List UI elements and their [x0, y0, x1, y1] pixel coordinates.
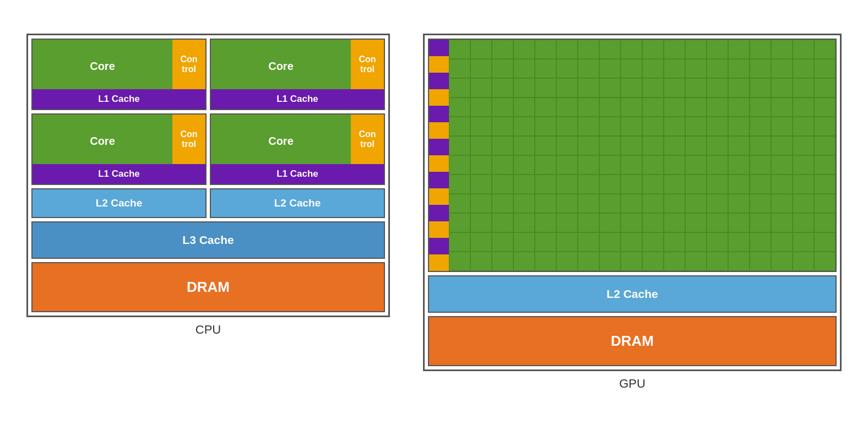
gpu-core-cell: [599, 175, 621, 194]
cpu-l3-cache: L3 Cache: [31, 221, 385, 259]
gpu-core-cell: [556, 136, 578, 155]
gpu-left-strip: [429, 40, 449, 271]
gpu-core-cell: [513, 40, 535, 59]
gpu-core-cell: [578, 136, 599, 155]
gpu-core-cell: [599, 155, 621, 175]
gpu-core-cell: [793, 232, 814, 252]
gpu-core-cell: [728, 40, 750, 59]
gpu-core-cell: [513, 97, 535, 117]
gpu-core-cell: [578, 97, 599, 117]
gpu-core-cell: [492, 194, 513, 213]
gpu-core-cell: [449, 78, 470, 97]
gpu-strip-segment: [429, 122, 449, 139]
cpu-dram: DRAM: [31, 262, 385, 312]
gpu-core-cell: [535, 117, 556, 136]
gpu-core-cell: [642, 252, 664, 271]
cpu-core-unit-3: Core Control L1 Cache: [31, 113, 207, 185]
gpu-core-cell: [793, 78, 814, 97]
gpu-core-cell: [814, 117, 836, 136]
gpu-core-cell: [449, 175, 470, 194]
gpu-core-cell: [664, 232, 685, 252]
gpu-core-cell: [664, 213, 685, 232]
gpu-core-cell: [664, 175, 685, 194]
gpu-core-cell: [556, 40, 578, 59]
gpu-core-cell: [771, 213, 793, 232]
gpu-core-cell: [685, 78, 707, 97]
gpu-core-cell: [513, 136, 535, 155]
gpu-core-cell: [621, 136, 642, 155]
gpu-strip-segment: [429, 73, 449, 89]
gpu-core-cell: [513, 175, 535, 194]
gpu-core-cell: [642, 59, 664, 78]
gpu-core-cell: [535, 213, 556, 232]
cpu-core-1-label: Core: [32, 40, 172, 89]
gpu-core-cell: [728, 194, 750, 213]
gpu-core-cell: [556, 117, 578, 136]
gpu-core-cell: [642, 97, 664, 117]
gpu-core-cell: [728, 232, 750, 252]
gpu-core-cell: [556, 252, 578, 271]
gpu-core-cell: [492, 213, 513, 232]
gpu-core-cell: [492, 155, 513, 175]
gpu-core-cell: [793, 136, 814, 155]
gpu-core-cell: [642, 155, 664, 175]
gpu-core-cell: [685, 175, 707, 194]
gpu-core-cell: [664, 252, 685, 271]
gpu-core-cell: [771, 232, 793, 252]
cpu-l2-cache-1: L2 Cache: [31, 188, 207, 218]
gpu-core-cell: [685, 252, 707, 271]
cpu-core-4-label: Core: [211, 115, 351, 164]
gpu-core-cell: [793, 213, 814, 232]
gpu-strip-segment: [429, 254, 449, 271]
gpu-strip-segment: [429, 155, 449, 172]
cpu-control-2: Control: [351, 40, 384, 89]
gpu-core-cell: [771, 40, 793, 59]
gpu-core-cell: [621, 78, 642, 97]
cpu-l1-cache-1: L1 Cache: [32, 89, 205, 109]
gpu-core-cell: [556, 97, 578, 117]
gpu-core-cell: [664, 136, 685, 155]
gpu-strip-segment: [429, 56, 449, 73]
gpu-core-cell: [599, 252, 621, 271]
cpu-core-2-label: Core: [211, 40, 351, 89]
gpu-core-cell: [814, 155, 836, 175]
gpu-core-cell: [664, 117, 685, 136]
gpu-core-cell: [470, 117, 492, 136]
cpu-control-1: Control: [172, 40, 205, 89]
gpu-core-cell: [492, 136, 513, 155]
gpu-core-cell: [449, 194, 470, 213]
gpu-core-cell: [707, 136, 728, 155]
gpu-diagram: L2 Cache DRAM GPU: [423, 34, 842, 391]
cpu-core-unit-2: Core Control L1 Cache: [210, 39, 385, 110]
gpu-core-cell: [750, 40, 771, 59]
gpu-core-cell: [578, 155, 599, 175]
gpu-core-cell: [470, 175, 492, 194]
cpu-core-unit-1: Core Control L1 Cache: [31, 39, 207, 110]
gpu-strip-segment: [429, 238, 449, 254]
gpu-core-cell: [449, 97, 470, 117]
gpu-core-cell: [750, 213, 771, 232]
gpu-strip-segment: [429, 205, 449, 221]
gpu-core-cell: [556, 175, 578, 194]
gpu-core-cell: [492, 59, 513, 78]
gpu-core-cell: [728, 155, 750, 175]
gpu-core-cell: [707, 59, 728, 78]
gpu-core-cell: [750, 232, 771, 252]
gpu-core-cell: [513, 194, 535, 213]
gpu-core-cell: [492, 175, 513, 194]
gpu-core-cell: [642, 194, 664, 213]
gpu-core-cell: [728, 117, 750, 136]
gpu-core-cell: [814, 40, 836, 59]
gpu-core-cell: [771, 117, 793, 136]
gpu-core-cell: [556, 155, 578, 175]
cpu-cores-row-2: Core Control L1 Cache Core Control L1 Ca…: [31, 113, 385, 185]
gpu-core-cell: [771, 78, 793, 97]
gpu-label: GPU: [619, 377, 645, 391]
gpu-grid-area: [449, 40, 836, 271]
cpu-box: Core Control L1 Cache Core Control L1 Ca…: [26, 34, 390, 317]
gpu-core-cell: [578, 175, 599, 194]
gpu-core-cell: [513, 155, 535, 175]
gpu-core-cell: [470, 136, 492, 155]
gpu-core-cell: [642, 117, 664, 136]
gpu-core-cell: [771, 97, 793, 117]
